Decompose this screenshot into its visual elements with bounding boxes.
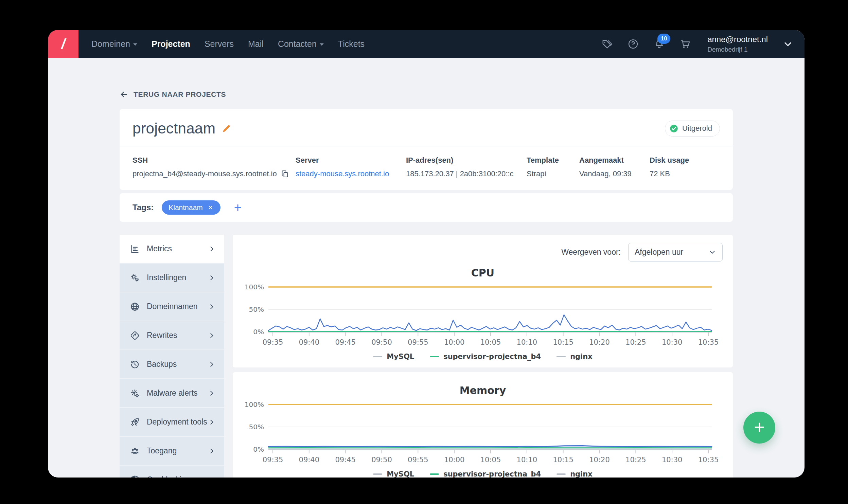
svg-text:10:00: 10:00 xyxy=(444,338,465,346)
app-window: / DomeinenProjectenServersMailContactenT… xyxy=(48,30,805,478)
tags-label: Tags: xyxy=(132,203,154,212)
tags-icon[interactable] xyxy=(601,38,613,50)
svg-text:09:50: 09:50 xyxy=(371,338,392,346)
sidebar-item-label: Metrics xyxy=(147,244,208,253)
title-row: projectnaam Uitgerold xyxy=(120,109,733,146)
svg-text:10:10: 10:10 xyxy=(517,338,537,346)
sidebar-item-metrics[interactable]: Metrics xyxy=(120,235,224,264)
cart-icon[interactable] xyxy=(680,38,691,50)
svg-text:09:35: 09:35 xyxy=(263,338,283,346)
memory-chart: Memory 09:3509:4009:4509:5009:5510:0010:… xyxy=(243,384,723,478)
legend-dash xyxy=(556,356,566,357)
svg-text:10:10: 10:10 xyxy=(517,456,537,464)
sidebar-item-rewrites[interactable]: Rewrites xyxy=(120,321,224,350)
sidebar-item-label: Malware alerts xyxy=(147,389,208,398)
nav-right: 10 anne@rootnet.nl Demobedrijf 1 xyxy=(601,34,805,54)
legend-label: MySQL xyxy=(387,353,414,361)
info-label: IP-adres(sen) xyxy=(406,156,527,165)
chart-plot-area: 09:3509:4009:4509:5009:5510:0010:0510:10… xyxy=(243,398,723,467)
chevron-right-icon xyxy=(208,303,215,310)
svg-text:0%: 0% xyxy=(253,328,264,336)
info-col-ip-adres-sen-: IP-adres(sen)185.173.20.37 | 2a0b:3100:2… xyxy=(406,156,527,178)
legend-dash xyxy=(373,473,382,475)
notifications-bell-icon[interactable]: 10 xyxy=(654,38,665,50)
info-value: 185.173.20.37 | 2a0b:3100:20::c xyxy=(406,169,527,178)
legend-label: nginx xyxy=(570,353,593,361)
screen: / DomeinenProjectenServersMailContactenT… xyxy=(0,0,848,504)
info-value-text: projectna_b4@steady-mouse.sys.rootnet.io xyxy=(132,169,277,178)
chevron-down-icon[interactable] xyxy=(783,39,793,49)
settings-icon xyxy=(130,273,140,283)
legend-dash xyxy=(430,473,439,475)
tag-pill: Klantnaam xyxy=(162,200,220,215)
project-sidebar: MetricsInstellingenDomeinnamenRewritesBa… xyxy=(120,235,224,478)
chart-title: CPU xyxy=(243,267,723,279)
back-arrow-icon xyxy=(120,90,128,99)
sidebar-item-toegang[interactable]: Toegang xyxy=(120,437,224,466)
chart-legend: MySQLsupervisor-projectna_b4nginx xyxy=(243,350,723,367)
remove-tag-icon[interactable] xyxy=(208,204,214,211)
info-col-disk-usage: Disk usage72 KB xyxy=(650,156,689,178)
period-select[interactable]: Afgelopen uur xyxy=(628,243,723,262)
copy-icon[interactable] xyxy=(281,170,289,178)
legend-item-mysql: MySQL xyxy=(373,470,414,478)
info-col-aangemaakt: AangemaaktVandaag, 09:39 xyxy=(579,156,650,178)
chevron-right-icon xyxy=(208,447,215,455)
sidebar-item-deployment-tools[interactable]: Deployment tools xyxy=(120,408,224,437)
nav-item-servers[interactable]: Servers xyxy=(205,39,234,49)
info-col-server: Serversteady-mouse.sys.rootnet.io xyxy=(296,156,406,178)
svg-text:0%: 0% xyxy=(253,445,264,453)
legend-dash xyxy=(556,473,566,475)
chevron-right-icon xyxy=(208,390,215,397)
info-value: Vandaag, 09:39 xyxy=(579,169,650,178)
legend-dash xyxy=(373,356,382,357)
info-value: 72 KB xyxy=(650,169,689,178)
memory-card: Memory 09:3509:4009:4509:5009:5510:0010:… xyxy=(233,372,733,478)
project-header-card: projectnaam Uitgerold SSHprojectna_b4@st… xyxy=(120,109,733,190)
sidebar-item-instellingen[interactable]: Instellingen xyxy=(120,264,224,292)
nav-item-label: Projecten xyxy=(152,39,190,49)
page-body: TERUG NAAR PROJECTS projectnaam Uitgerol… xyxy=(48,58,805,478)
svg-text:09:35: 09:35 xyxy=(263,456,283,464)
users-icon xyxy=(130,446,140,456)
help-icon[interactable] xyxy=(628,38,639,50)
info-value-text: Vandaag, 09:39 xyxy=(579,169,632,178)
filter-label: Weergeven voor: xyxy=(561,248,621,257)
sidebar-item-malware-alerts[interactable]: Malware alerts xyxy=(120,379,224,408)
sidebar-item-domeinnamen[interactable]: Domeinnamen xyxy=(120,292,224,321)
metrics-icon xyxy=(130,244,140,254)
chevron-right-icon xyxy=(208,274,215,282)
add-tag-button[interactable]: + xyxy=(234,201,242,214)
nav-item-domeinen[interactable]: Domeinen xyxy=(91,39,137,49)
notification-badge: 10 xyxy=(657,34,670,44)
svg-text:10:15: 10:15 xyxy=(553,456,573,464)
period-select-value: Afgelopen uur xyxy=(635,248,683,257)
legend-item-supervisor-projectna_b4: supervisor-projectna_b4 xyxy=(430,470,541,478)
nav-item-tickets[interactable]: Tickets xyxy=(338,39,365,49)
back-link-label: TERUG NAAR PROJECTS xyxy=(134,90,226,98)
legend-dash xyxy=(430,356,439,357)
logo[interactable]: / xyxy=(48,30,78,58)
server-link[interactable]: steady-mouse.sys.rootnet.io xyxy=(296,169,406,178)
nav-item-contacten[interactable]: Contacten xyxy=(278,39,324,49)
sidebar-item-geoblocking[interactable]: Geoblocking xyxy=(120,466,224,478)
nav-item-projecten[interactable]: Projecten xyxy=(152,39,190,49)
nav-item-mail[interactable]: Mail xyxy=(248,39,264,49)
sidebar-item-backups[interactable]: Backups xyxy=(120,350,224,379)
svg-text:100%: 100% xyxy=(245,283,264,291)
add-fab-button[interactable]: + xyxy=(743,412,775,444)
svg-text:09:50: 09:50 xyxy=(371,456,392,464)
edit-pencil-icon[interactable] xyxy=(222,123,232,133)
svg-text:100%: 100% xyxy=(245,400,264,409)
svg-text:10:05: 10:05 xyxy=(480,338,501,346)
cpu-chart-svg: 09:3509:4009:4509:5009:5510:0010:0510:10… xyxy=(243,280,722,350)
chart-title: Memory xyxy=(243,384,723,396)
info-label: SSH xyxy=(132,156,296,165)
rocket-icon xyxy=(130,417,140,427)
user-menu[interactable]: anne@rootnet.nl Demobedrijf 1 xyxy=(707,34,768,54)
back-link[interactable]: TERUG NAAR PROJECTS xyxy=(120,90,226,99)
chart-legend: MySQLsupervisor-projectna_b4nginx xyxy=(243,467,723,478)
info-value-text: 72 KB xyxy=(650,169,670,178)
svg-text:10:25: 10:25 xyxy=(625,456,646,464)
check-circle-icon xyxy=(669,124,678,133)
